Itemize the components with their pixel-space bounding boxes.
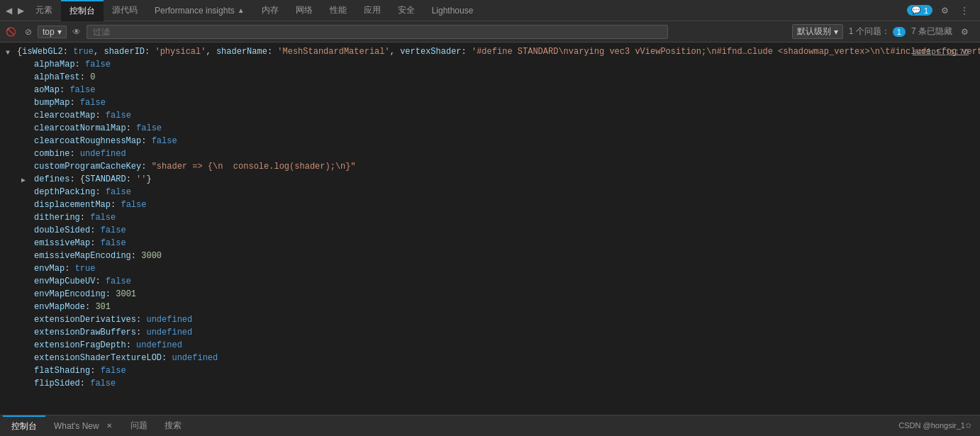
log-line-main: ▼ {isWebGL2: true, shaderID: 'physical',… (0, 45, 980, 58)
prop-dithering: dithering: false (0, 211, 980, 224)
prop-extensionDerivatives: extensionDerivatives: undefined (0, 313, 980, 326)
filter-toggle-icon[interactable]: ⊘ (22, 26, 35, 38)
prop-defines: ▶ defines: {STANDARD: ''} (0, 173, 980, 186)
prop-extensionDrawBuffers: extensionDrawBuffers: undefined (0, 326, 980, 339)
prop-extensionShaderTextureLOD: extensionShaderTextureLOD: undefined (0, 352, 980, 364)
prop-customProgramCacheKey: customProgramCacheKey: "shader => {\n co… (0, 160, 980, 173)
prop-emissiveMapEncoding: emissiveMapEncoding: 3000 (0, 250, 980, 262)
tab-application[interactable]: 应用 (355, 0, 389, 21)
context-selector[interactable]: top ▾ (38, 26, 67, 38)
console-output[interactable]: script.js:76 ▼ {isWebGL2: true, shaderID… (0, 43, 980, 415)
bottom-tab-console[interactable]: 控制台 (3, 415, 45, 437)
prop-aoMap: aoMap: false (0, 84, 980, 96)
prop-bumpMap: bumpMap: false (0, 96, 980, 109)
prop-envMapEncoding: envMapEncoding: 3001 (0, 288, 980, 301)
prop-depthPacking: depthPacking: false (0, 186, 980, 199)
more-options-icon[interactable]: ⋮ (957, 4, 971, 17)
console-settings-icon[interactable]: ⚙ (958, 26, 971, 38)
prop-alphaTest: alphaTest: 0 (0, 71, 980, 84)
bottom-tab-search[interactable]: 搜索 (156, 415, 190, 437)
level-chevron-icon: ▾ (834, 27, 838, 37)
bottom-tab-issues[interactable]: 问题 (122, 415, 156, 437)
prop-clearcoatNormalMap: clearcoatNormalMap: false (0, 122, 980, 135)
level-selector[interactable]: 默认级别 ▾ (792, 24, 843, 39)
prop-envMapCubeUV: envMapCubeUV: false (0, 275, 980, 288)
filter-input[interactable] (87, 25, 668, 39)
tab-performance-insights[interactable]: Performance insights ▲ (146, 0, 253, 21)
user-info: CSDN @hongsir_1✩ (898, 421, 977, 430)
settings-icon[interactable]: ⚙ (938, 4, 952, 17)
second-toolbar-right: 默认级别 ▾ 1 个问题： 1 7 条已隐藏 ⚙ (792, 24, 977, 39)
prop-displacementMap: displacementMap: false (0, 199, 980, 211)
tab-console[interactable]: 控制台 (61, 0, 104, 21)
prop-flatShading: flatShading: false (0, 364, 980, 377)
top-right-controls: 💬 1 ⚙ ⋮ (907, 4, 977, 17)
tab-network[interactable]: 网络 (287, 0, 321, 21)
bottom-tab-whats-new[interactable]: What's New ✕ (45, 415, 122, 437)
second-toolbar: 🚫 ⊘ top ▾ 👁 默认级别 ▾ 1 个问题： 1 7 条已隐藏 ⚙ (0, 21, 980, 43)
tab-lighthouse[interactable]: Lighthouse (423, 0, 482, 21)
prop-clearcoatMap: clearcoatMap: false (0, 109, 980, 122)
prop-envMapMode: envMapMode: 301 (0, 301, 980, 313)
chevron-down-icon: ▾ (57, 27, 62, 37)
clear-console-icon[interactable]: 🚫 (3, 26, 19, 38)
tab-memory[interactable]: 内存 (253, 0, 287, 21)
prop-extensionFragDepth: extensionFragDepth: undefined (0, 339, 980, 352)
eye-icon[interactable]: 👁 (69, 26, 84, 38)
message-badge[interactable]: 💬 1 (907, 5, 932, 16)
tab-security[interactable]: 安全 (389, 0, 423, 21)
tab-elements[interactable]: 元素 (27, 0, 61, 21)
prop-flipSided: flipSided: false (0, 377, 980, 390)
issue-info: 1 个问题： 1 (849, 26, 906, 38)
tab-sources[interactable]: 源代码 (104, 0, 146, 21)
issue-badge[interactable]: 1 (893, 27, 906, 37)
prop-envMap: envMap: true (0, 262, 980, 275)
hidden-count: 7 条已隐藏 (911, 26, 952, 38)
forward-icon[interactable]: ▶ (15, 4, 27, 17)
chat-icon: 💬 (911, 6, 921, 15)
prop-combine: combine: undefined (0, 147, 980, 160)
close-whats-new-icon[interactable]: ✕ (105, 421, 113, 430)
tab-performance[interactable]: 性能 (321, 0, 355, 21)
prop-doubleSided: doubleSided: false (0, 224, 980, 237)
bottom-bar: 控制台 What's New ✕ 问题 搜索 CSDN @hongsir_1✩ (0, 415, 980, 436)
top-toolbar: ◀ ▶ 元素 控制台 源代码 Performance insights ▲ 内存… (0, 0, 980, 21)
prop-alphaMap: alphaMap: false (0, 58, 980, 71)
main-area: script.js:76 ▼ {isWebGL2: true, shaderID… (0, 43, 980, 415)
back-icon[interactable]: ◀ (3, 4, 15, 17)
prop-clearcoatRoughnessMap: clearcoatRoughnessMap: false (0, 135, 980, 147)
performance-insights-icon: ▲ (238, 6, 245, 14)
prop-emissiveMap: emissiveMap: false (0, 237, 980, 250)
